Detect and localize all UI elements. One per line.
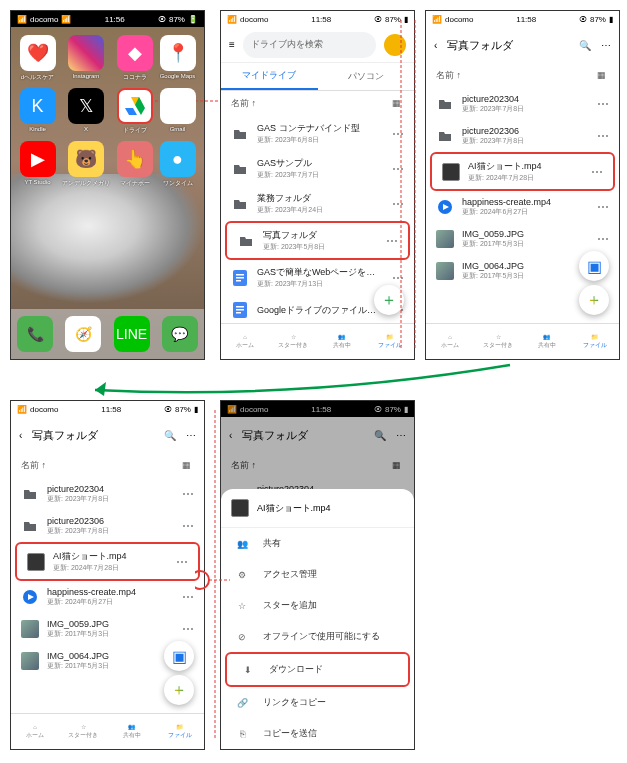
app-X[interactable]: 𝕏X <box>62 88 110 135</box>
nav-shared[interactable]: 👥共有中 <box>108 714 156 749</box>
sheet-item-共有[interactable]: 👥共有 <box>221 528 414 559</box>
file-row[interactable]: IMG_0059.JPG更新: 2017年5月3日⋯ <box>426 223 619 255</box>
more-icon[interactable]: ⋯ <box>176 555 188 569</box>
nav-files[interactable]: 📁ファイル <box>571 324 619 359</box>
nav-home[interactable]: ⌂ホーム <box>11 714 59 749</box>
nav-starred[interactable]: ☆スター付き <box>269 324 317 359</box>
file-row[interactable]: picture202304更新: 2023年7月8日⋯ <box>11 478 204 510</box>
file-row[interactable]: picture202306更新: 2023年7月8日⋯ <box>426 120 619 152</box>
avatar[interactable] <box>384 34 406 56</box>
app-dヘルスケア[interactable]: ❤️dヘルスケア <box>19 35 56 82</box>
folder-icon <box>436 127 454 145</box>
file-row[interactable]: picture202306更新: 2023年7月8日⋯ <box>11 510 204 542</box>
status-bar: 📶docomo 11:58 ⦿87%▮ <box>221 11 414 27</box>
fab-new[interactable]: ＋ <box>164 675 194 705</box>
more-icon[interactable]: ⋯ <box>597 129 609 143</box>
nav-files[interactable]: 📁ファイル <box>366 324 414 359</box>
more-icon[interactable]: ⋯ <box>392 127 404 141</box>
back-icon[interactable]: ‹ <box>434 40 437 51</box>
app-ココナラ[interactable]: ◆ココナラ <box>116 35 153 82</box>
more-icon[interactable]: ⋯ <box>182 590 194 604</box>
fab-new[interactable]: ＋ <box>579 285 609 315</box>
tab-mydrive[interactable]: マイドライブ <box>221 63 318 90</box>
sheet-item-オフラインで使用可能にする[interactable]: ⊘オフラインで使用可能にする <box>221 621 414 652</box>
app-ドライブ[interactable]: ドライブ <box>116 88 153 135</box>
tabs: マイドライブ パソコン <box>221 63 414 91</box>
file-row[interactable]: 業務フォルダ更新: 2023年4月24日⋯ <box>221 186 414 221</box>
app-Gmail[interactable]: MGmail <box>159 88 196 135</box>
search-icon[interactable]: 🔍 <box>164 430 176 441</box>
menu-icon[interactable]: ≡ <box>229 39 235 50</box>
more-icon[interactable]: ⋯ <box>601 40 611 51</box>
file-row[interactable]: GASサンプル更新: 2023年7月7日⋯ <box>221 151 414 186</box>
more-icon[interactable]: ⋯ <box>392 197 404 211</box>
svg-rect-8 <box>236 280 241 282</box>
search-input[interactable]: ドライブ内を検索 <box>243 32 376 58</box>
fab-cast[interactable]: ▣ <box>164 641 194 671</box>
dock: 📞🧭LINE💬 <box>11 309 204 359</box>
back-icon[interactable]: ‹ <box>19 430 22 441</box>
file-row[interactable]: GAS コンテナバインド型更新: 2023年6月8日⋯ <box>221 116 414 151</box>
app-ワンタイム[interactable]: ●ワンタイム <box>159 141 196 188</box>
dock-app[interactable]: 🧭 <box>65 316 101 352</box>
app-マイナポー[interactable]: 👆マイナポー <box>116 141 153 188</box>
app-Instagram[interactable]: Instagram <box>62 35 110 82</box>
dock-app[interactable]: 💬 <box>162 316 198 352</box>
more-icon[interactable]: ⋯ <box>186 430 196 441</box>
nav-starred[interactable]: ☆スター付き <box>474 324 522 359</box>
fab-cast[interactable]: ▣ <box>579 251 609 281</box>
nav-shared[interactable]: 👥共有中 <box>523 324 571 359</box>
more-icon[interactable]: ⋯ <box>182 519 194 533</box>
nav-starred[interactable]: ☆スター付き <box>59 714 107 749</box>
more-icon[interactable]: ⋯ <box>597 232 609 246</box>
sheet-item-スターを追加[interactable]: ☆スターを追加 <box>221 590 414 621</box>
folder-icon <box>21 517 39 535</box>
sheet-item-コピーを送信[interactable]: ⎘コピーを送信 <box>221 718 414 749</box>
view-toggle-icon[interactable] <box>597 70 609 82</box>
app-Google Maps[interactable]: 📍Google Maps <box>159 35 196 82</box>
file-row[interactable]: happiness-create.mp4更新: 2024年6月27日⋯ <box>11 581 204 613</box>
nav-home[interactable]: ⌂ホーム <box>426 324 474 359</box>
img-icon <box>21 652 39 670</box>
sheet-item-アクセス管理[interactable]: ⚙アクセス管理 <box>221 559 414 590</box>
file-row[interactable]: IMG_0059.JPG更新: 2017年5月3日⋯ <box>11 613 204 645</box>
app-Kindle[interactable]: KKindle <box>19 88 56 135</box>
nav-shared[interactable]: 👥共有中 <box>318 324 366 359</box>
img-icon <box>436 230 454 248</box>
more-icon[interactable]: ⋯ <box>597 97 609 111</box>
nav-files[interactable]: 📁ファイル <box>156 714 204 749</box>
view-toggle-icon[interactable] <box>392 98 404 110</box>
sheet-item-ダウンロード[interactable]: ⬇ダウンロード <box>225 652 410 687</box>
img-icon <box>21 620 39 638</box>
app-YT Studio[interactable]: ▶YT Studio <box>19 141 56 188</box>
folder-icon <box>231 195 249 213</box>
sort-label[interactable]: 名前 ↑ <box>231 97 256 110</box>
search-icon[interactable]: 🔍 <box>579 40 591 51</box>
sheet-item-リンクをコピー[interactable]: 🔗リンクをコピー <box>221 687 414 718</box>
app-アンデルクメガり[interactable]: 🐻アンデルクメガり <box>62 141 110 188</box>
dock-app[interactable]: LINE <box>114 316 150 352</box>
more-icon[interactable]: ⋯ <box>392 271 404 285</box>
list-header: 名前 ↑ <box>221 91 414 116</box>
sort-label[interactable]: 名前 ↑ <box>436 69 461 82</box>
more-icon[interactable]: ⋯ <box>597 200 609 214</box>
folder-icon <box>231 125 249 143</box>
more-icon[interactable]: ⋯ <box>182 622 194 636</box>
more-icon[interactable]: ⋯ <box>392 162 404 176</box>
file-row[interactable]: 写真フォルダ更新: 2023年5月8日⋯ <box>225 221 410 260</box>
doc-icon <box>231 301 249 319</box>
sort-label[interactable]: 名前 ↑ <box>21 459 46 472</box>
view-toggle-icon[interactable] <box>182 460 194 472</box>
file-row[interactable]: AI猫ショート.mp4更新: 2024年7月28日⋯ <box>430 152 615 191</box>
fab-new[interactable]: ＋ <box>374 285 404 315</box>
more-icon[interactable]: ⋯ <box>182 487 194 501</box>
nav-home[interactable]: ⌂ホーム <box>221 324 269 359</box>
file-row[interactable]: picture202304更新: 2023年7月8日⋯ <box>426 88 619 120</box>
tab-pc[interactable]: パソコン <box>318 63 415 90</box>
dock-app[interactable]: 📞 <box>17 316 53 352</box>
file-row[interactable]: happiness-create.mp4更新: 2024年6月27日⋯ <box>426 191 619 223</box>
more-icon[interactable]: ⋯ <box>386 234 398 248</box>
more-icon[interactable]: ⋯ <box>591 165 603 179</box>
file-row[interactable]: AI猫ショート.mp4更新: 2024年7月28日⋯ <box>15 542 200 581</box>
img-icon <box>436 262 454 280</box>
